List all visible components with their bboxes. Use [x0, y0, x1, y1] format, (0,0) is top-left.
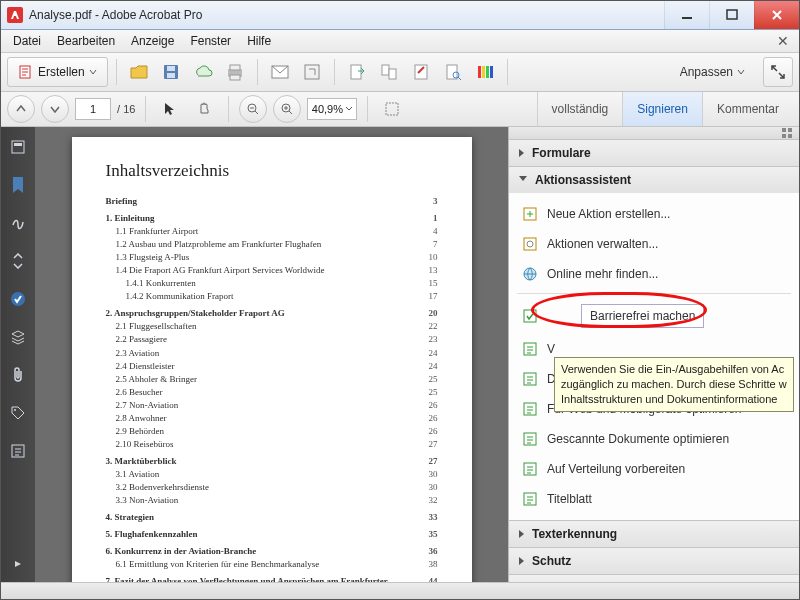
create-label: Erstellen [38, 65, 85, 79]
page-heading: Inhaltsverzeichnis [106, 161, 438, 181]
export-icon[interactable] [343, 58, 371, 86]
close-button[interactable] [754, 1, 799, 29]
hand-tool-icon[interactable] [190, 95, 218, 123]
section-aktionsassistent-header[interactable]: Aktionsassistent [509, 167, 799, 193]
svg-rect-9 [230, 75, 240, 80]
attachments-icon[interactable] [8, 365, 28, 385]
app-window: Analyse.pdf - Adobe Acrobat Pro Datei Be… [0, 0, 800, 600]
action-barrierefrei[interactable]: Barrierefrei machen [509, 298, 799, 334]
svg-rect-30 [782, 128, 786, 132]
action-gescannte[interactable]: Gescannte Dokumente optimieren [509, 424, 799, 454]
menu-bearbeiten[interactable]: Bearbeiten [49, 32, 123, 50]
highlighted-label: Barrierefrei machen [581, 304, 704, 328]
menu-hilfe[interactable]: Hilfe [239, 32, 279, 50]
rail-expand-icon[interactable] [8, 554, 28, 574]
mail-icon[interactable] [266, 58, 294, 86]
svg-rect-6 [167, 73, 175, 78]
list-icon [521, 430, 539, 448]
cmd-kommentar[interactable]: Kommentar [702, 92, 793, 126]
svg-rect-18 [478, 66, 481, 78]
share-icon[interactable] [298, 58, 326, 86]
zoom-in-button[interactable] [273, 95, 301, 123]
zoom-input[interactable]: 40,9% [307, 98, 357, 120]
open-icon[interactable] [125, 58, 153, 86]
svg-rect-25 [12, 141, 24, 153]
accessibility-icon[interactable] [8, 289, 28, 309]
toc-row: 1.1 Frankfurter Airport4 [106, 225, 438, 238]
window-controls [664, 1, 799, 29]
list-icon [521, 400, 539, 418]
svg-rect-26 [14, 143, 22, 146]
print-icon[interactable] [221, 58, 249, 86]
edit-icon[interactable] [407, 58, 435, 86]
horizontal-scrollbar[interactable] [1, 582, 799, 599]
fullscreen-icon[interactable] [763, 57, 793, 87]
search-doc-icon[interactable] [439, 58, 467, 86]
save-icon[interactable] [157, 58, 185, 86]
action-verwalten[interactable]: Aktionen verwalten... [509, 229, 799, 259]
right-commands: vollständig Signieren Kommentar [537, 92, 793, 126]
toc-row: 2.5 Abholer & Bringer25 [106, 373, 438, 386]
page-down-button[interactable] [41, 95, 69, 123]
page-up-button[interactable] [7, 95, 35, 123]
toc-row: 3.3 Non-Aviation32 [106, 494, 438, 507]
svg-rect-11 [305, 65, 319, 79]
svg-rect-38 [524, 310, 536, 322]
toc-row: 6.1 Ermittlung von Kriterien für eine Be… [106, 558, 438, 571]
customize-button[interactable]: Anpassen [672, 65, 753, 79]
action-neue-aktion[interactable]: Neue Aktion erstellen... [509, 199, 799, 229]
customize-label: Anpassen [680, 65, 733, 79]
menu-datei[interactable]: Datei [5, 32, 49, 50]
action-online-finden[interactable]: Online mehr finden... [509, 259, 799, 289]
svg-rect-20 [486, 66, 489, 78]
reorder-icon[interactable] [8, 251, 28, 271]
action-titelblatt[interactable]: Titelblatt [509, 484, 799, 514]
toc-row: 3.1 Aviation30 [106, 468, 438, 481]
toc-row: 2.3 Aviation24 [106, 347, 438, 360]
new-action-icon [521, 205, 539, 223]
minimize-button[interactable] [664, 1, 709, 29]
action-verteilung[interactable]: Auf Verteilung vorbereiten [509, 454, 799, 484]
marquee-zoom-icon[interactable] [378, 95, 406, 123]
cloud-icon[interactable] [189, 58, 217, 86]
svg-rect-21 [490, 66, 493, 78]
zoom-out-button[interactable] [239, 95, 267, 123]
content-icon[interactable] [8, 441, 28, 461]
section-schutz[interactable]: Schutz [509, 548, 799, 575]
svg-point-28 [14, 409, 16, 411]
section-dokumentverarbeitung[interactable]: Dokumentverarbeitung [509, 575, 799, 582]
layers-icon[interactable] [8, 327, 28, 347]
menu-fenster[interactable]: Fenster [182, 32, 239, 50]
cmd-vollstaendig[interactable]: vollständig [537, 92, 623, 126]
left-rail [1, 127, 35, 582]
convert-icon[interactable] [375, 58, 403, 86]
maximize-button[interactable] [709, 1, 754, 29]
list-icon [521, 460, 539, 478]
toc-row: 3.2 Bodenverkehrsdienste30 [106, 481, 438, 494]
menu-anzeige[interactable]: Anzeige [123, 32, 182, 50]
select-tool-icon[interactable] [156, 95, 184, 123]
thumbnails-icon[interactable] [8, 137, 28, 157]
page-number-input[interactable]: 1 [75, 98, 111, 120]
color-icon[interactable] [471, 58, 499, 86]
manage-actions-icon [521, 235, 539, 253]
toc-row: 2.4 Dienstleister24 [106, 360, 438, 373]
menubar-close-icon[interactable]: ✕ [771, 33, 795, 49]
toc-row: Briefing3 [106, 195, 438, 208]
section-texterkennung[interactable]: Texterkennung [509, 521, 799, 548]
chevron-down-icon [519, 176, 527, 185]
tags-icon[interactable] [8, 403, 28, 423]
accessibility-action-icon [521, 307, 539, 325]
svg-rect-31 [788, 128, 792, 132]
cmd-signieren[interactable]: Signieren [622, 92, 702, 126]
svg-rect-2 [727, 10, 737, 19]
create-button[interactable]: Erstellen [7, 57, 108, 87]
svg-rect-8 [230, 65, 240, 70]
section-formulare[interactable]: Formulare [509, 140, 799, 167]
signatures-icon[interactable] [8, 213, 28, 233]
document-viewport[interactable]: Inhaltsverzeichnis Briefing31. Einleitun… [35, 127, 508, 582]
svg-rect-14 [389, 69, 396, 79]
bookmarks-icon[interactable] [8, 175, 28, 195]
panel-menu-icon[interactable] [781, 127, 793, 139]
toc-row: 1.2 Ausbau und Platzprobleme am Frankfur… [106, 238, 438, 251]
